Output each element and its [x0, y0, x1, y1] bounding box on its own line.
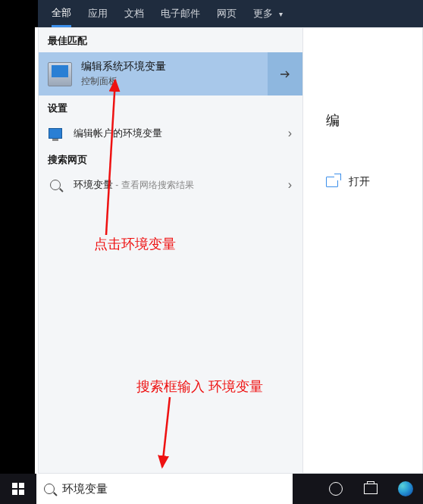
tab-more[interactable]: 更多 [253, 0, 273, 27]
taskbar-search-box[interactable] [36, 474, 293, 504]
windows-logo-icon [12, 483, 24, 495]
taskbar-search-input[interactable] [62, 483, 285, 496]
settings-result-edit-user-env[interactable]: 编辑帐户的环境变量 › [39, 120, 302, 147]
edge-icon [398, 481, 413, 496]
monitor-icon [48, 126, 63, 141]
best-match-expand-button[interactable] [268, 52, 302, 95]
cortana-button[interactable] [318, 474, 353, 504]
web-result-term: 环境变量 [74, 179, 113, 190]
task-view-button[interactable] [353, 474, 388, 504]
section-best-match: 最佳匹配 [39, 28, 302, 52]
web-result-hint: - 查看网络搜索结果 [113, 180, 194, 190]
preview-open-action[interactable]: 打开 [326, 175, 422, 189]
section-search-web: 搜索网页 [39, 147, 302, 171]
settings-result-label: 编辑帐户的环境变量 [74, 127, 162, 140]
search-icon [48, 177, 63, 193]
chevron-down-icon: ▾ [279, 10, 283, 18]
web-result-item[interactable]: 环境变量 - 查看网络搜索结果 › [39, 171, 302, 199]
tab-all[interactable]: 全部 [52, 0, 71, 27]
preview-title: 编 [326, 111, 422, 130]
chevron-right-icon: › [288, 127, 292, 140]
chevron-right-icon: › [288, 178, 292, 192]
section-settings: 设置 [39, 95, 302, 120]
cortana-icon [329, 482, 343, 496]
control-panel-icon [48, 62, 72, 86]
task-view-icon [364, 484, 378, 494]
search-category-tabs: 全部 应用 文档 电子邮件 网页 更多 ▾ [38, 0, 423, 27]
best-match-title: 编辑系统环境变量 [81, 60, 166, 74]
best-match-item[interactable]: 编辑系统环境变量 控制面板 [39, 52, 302, 95]
best-match-subtitle: 控制面板 [81, 75, 166, 88]
arrow-right-icon [278, 67, 292, 81]
open-icon [326, 177, 338, 187]
tab-apps[interactable]: 应用 [88, 0, 108, 27]
edge-button[interactable] [388, 474, 423, 504]
search-icon [44, 484, 55, 494]
taskbar [0, 474, 423, 504]
start-button[interactable] [0, 474, 36, 504]
tab-web[interactable]: 网页 [217, 0, 237, 27]
result-preview-pane: 编 打开 [303, 27, 423, 474]
search-results-panel: 最佳匹配 编辑系统环境变量 控制面板 设置 编辑帐户的环境变量 › 搜索网页 环… [38, 27, 303, 474]
tab-email[interactable]: 电子邮件 [161, 0, 200, 27]
taskbar-tray [318, 474, 423, 504]
tab-documents[interactable]: 文档 [124, 0, 144, 27]
preview-open-label: 打开 [349, 175, 370, 189]
